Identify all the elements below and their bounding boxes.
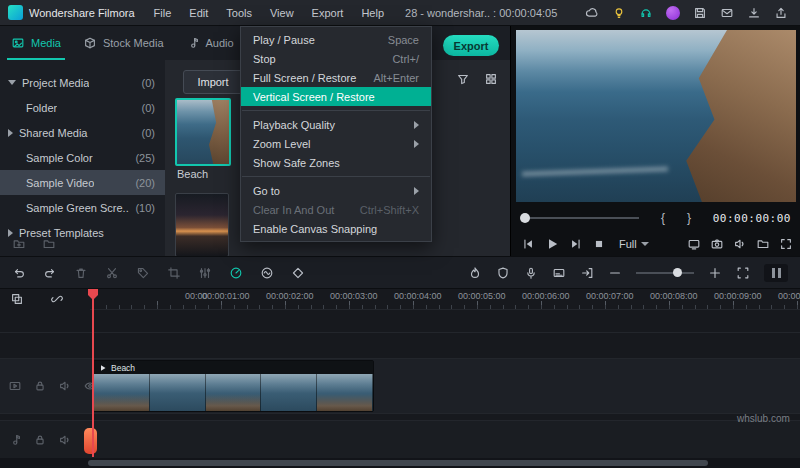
- share-icon[interactable]: [774, 6, 788, 20]
- menu-item-show-safe-zones[interactable]: Show Safe Zones: [241, 153, 431, 172]
- menu-item-shortcut: Ctrl+/: [392, 53, 419, 65]
- sidebar-item-project-media[interactable]: Project Media (0): [0, 70, 165, 95]
- subtitle-icon[interactable]: [552, 266, 566, 280]
- add-to-timeline-icon[interactable]: [580, 266, 594, 280]
- zoom-out-icon[interactable]: [608, 266, 622, 280]
- sidebar-item-sample-video[interactable]: Sample Video (20): [0, 170, 165, 195]
- record-voiceover-clip[interactable]: [84, 428, 97, 454]
- mark-out-button[interactable]: }: [687, 211, 691, 225]
- menu-file[interactable]: File: [145, 7, 181, 19]
- snapshot-camera-icon[interactable]: [710, 237, 724, 251]
- preview-video[interactable]: [516, 30, 796, 202]
- track-height-toggle-icon[interactable]: [764, 264, 788, 282]
- playhead-line[interactable]: [92, 299, 94, 457]
- fullscreen-icon[interactable]: [779, 237, 793, 251]
- media-thumbnail-beach[interactable]: [175, 98, 231, 166]
- sidebar-item-sample-color[interactable]: Sample Color (25): [0, 145, 165, 170]
- timeline-ruler[interactable]: 00:00 00:00:01:00 00:00:02:00 00:00:03:0…: [90, 289, 800, 310]
- mail-icon[interactable]: [720, 6, 734, 20]
- menu-tools[interactable]: Tools: [217, 7, 261, 19]
- menu-export[interactable]: Export: [303, 7, 353, 19]
- export-button[interactable]: Export: [443, 35, 499, 56]
- headset-icon[interactable]: [639, 6, 653, 20]
- zoom-in-icon[interactable]: [708, 266, 722, 280]
- manage-tracks-icon[interactable]: [10, 292, 24, 306]
- timeline-clip-beach[interactable]: Beach: [93, 360, 374, 412]
- tab-audio[interactable]: Audio: [175, 26, 245, 60]
- menu-item-shortcut: Space: [388, 34, 419, 46]
- timeline-zoom-slider[interactable]: [636, 272, 694, 274]
- save-icon[interactable]: [693, 6, 707, 20]
- cloud-icon[interactable]: [585, 6, 599, 20]
- import-button[interactable]: Import: [183, 70, 243, 94]
- app-title: Wondershare Filmora: [29, 7, 135, 19]
- filter-icon[interactable]: [456, 72, 470, 86]
- menu-item-shortcut: Ctrl+Shift+X: [360, 204, 419, 216]
- menu-item-stop[interactable]: Stop Ctrl+/: [241, 49, 431, 68]
- audio-track[interactable]: [0, 420, 800, 459]
- redo-icon[interactable]: [43, 266, 57, 280]
- menu-item-full-screen-restore[interactable]: Full Screen / Restore Alt+Enter: [241, 68, 431, 87]
- render-preview-icon[interactable]: [468, 266, 482, 280]
- link-icon[interactable]: [50, 292, 64, 306]
- delete-folder-icon[interactable]: [42, 237, 56, 251]
- download-icon[interactable]: [747, 6, 761, 20]
- adjust-sliders-icon[interactable]: [198, 266, 212, 280]
- ruler-label: 00:00:07:00: [586, 291, 634, 301]
- next-frame-button[interactable]: [569, 237, 583, 251]
- tab-media[interactable]: Media: [0, 26, 72, 60]
- menu-item-playback-quality[interactable]: Playback Quality: [241, 115, 431, 134]
- sidebar-item-label: Folder: [26, 102, 57, 114]
- menu-item-shortcut: Alt+Enter: [373, 72, 419, 84]
- menu-item-label: Clear In And Out: [253, 204, 350, 216]
- sidebar-item-sample-green-screen[interactable]: Sample Green Scre.. (10): [0, 195, 165, 220]
- shield-icon[interactable]: [496, 266, 510, 280]
- crop-icon[interactable]: [167, 266, 181, 280]
- lock-icon[interactable]: [33, 379, 47, 393]
- preview-zoom-select[interactable]: Full: [619, 238, 649, 250]
- stop-button[interactable]: [592, 237, 606, 251]
- menu-item-go-to[interactable]: Go to: [241, 181, 431, 200]
- sidebar-item-shared-media[interactable]: Shared Media (0): [0, 120, 165, 145]
- marker-tag-icon[interactable]: [136, 266, 150, 280]
- speaker-icon[interactable]: [733, 237, 747, 251]
- menu-item-play-pause[interactable]: Play / Pause Space: [241, 30, 431, 49]
- previous-frame-button[interactable]: [521, 237, 535, 251]
- undo-icon[interactable]: [12, 266, 26, 280]
- tab-stock-media[interactable]: Stock Media: [72, 26, 175, 60]
- mute-speaker-icon[interactable]: [58, 433, 72, 447]
- split-scissors-icon[interactable]: [105, 266, 119, 280]
- seek-handle[interactable]: [520, 213, 530, 223]
- detach-monitor-icon[interactable]: [687, 237, 701, 251]
- menu-item-enable-canvas-snapping[interactable]: Enable Canvas Snapping: [241, 219, 431, 238]
- media-thumbnail-sunset[interactable]: [175, 193, 229, 257]
- menu-item-zoom-level[interactable]: Zoom Level: [241, 134, 431, 153]
- seek-bar[interactable]: [521, 217, 639, 219]
- sidebar-item-folder[interactable]: Folder (0): [0, 95, 165, 120]
- delete-icon[interactable]: [74, 266, 88, 280]
- mute-speaker-icon[interactable]: [58, 379, 72, 393]
- scrollbar-handle[interactable]: [88, 460, 708, 466]
- zoom-slider-handle[interactable]: [673, 268, 682, 277]
- menu-view[interactable]: View: [261, 7, 303, 19]
- speed-icon[interactable]: [229, 266, 243, 280]
- menu-help[interactable]: Help: [352, 7, 393, 19]
- grid-view-icon[interactable]: [484, 72, 498, 86]
- lightbulb-icon[interactable]: [612, 6, 626, 20]
- menu-item-label: Vertical Screen / Restore: [253, 91, 419, 103]
- zoom-to-fit-icon[interactable]: [736, 266, 750, 280]
- horizontal-scrollbar[interactable]: [0, 458, 800, 468]
- user-avatar[interactable]: [666, 6, 680, 20]
- menu-item-label: Go to: [253, 185, 414, 197]
- open-folder-icon[interactable]: [756, 237, 770, 251]
- menu-edit[interactable]: Edit: [180, 7, 217, 19]
- microphone-icon[interactable]: [524, 266, 538, 280]
- menu-item-vertical-screen-restore[interactable]: Vertical Screen / Restore: [241, 87, 431, 106]
- mark-in-button[interactable]: {: [661, 211, 665, 225]
- new-folder-icon[interactable]: [12, 237, 26, 251]
- play-button[interactable]: [544, 236, 560, 252]
- lock-icon[interactable]: [33, 433, 47, 447]
- clip-name: Beach: [111, 363, 135, 373]
- keyframe-icon[interactable]: [291, 266, 305, 280]
- audio-wave-icon[interactable]: [260, 266, 274, 280]
